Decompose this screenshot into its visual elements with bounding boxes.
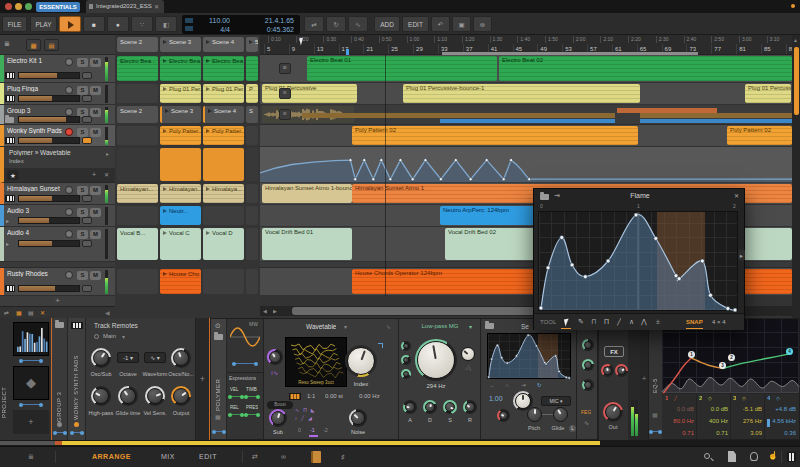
ramp-tool-icon[interactable]: ╱ xyxy=(617,318,621,326)
segments-mini-curve[interactable] xyxy=(487,333,571,379)
track-options-button[interactable] xyxy=(82,195,92,202)
track-name[interactable]: Audio 4 xyxy=(7,229,63,236)
groove-button[interactable]: ∿ xyxy=(348,16,368,32)
group-scene-cell[interactable]: Scene 3 xyxy=(160,106,201,123)
automation-cell-filled[interactable] xyxy=(203,148,244,181)
feg-mini-knob[interactable] xyxy=(582,379,594,391)
eq-gain-value[interactable]: +4.8 dB xyxy=(767,406,796,412)
save-preset-icon[interactable]: ⇥ xyxy=(554,192,560,200)
track-row[interactable]: Himalayan Sunset S M xyxy=(0,183,115,205)
remote-knob[interactable] xyxy=(91,386,111,406)
arranger-track-lane[interactable]: Poly Pattern 02 Poly Pattern 02 xyxy=(260,125,792,147)
eq-display[interactable]: 1 3 2 4 xyxy=(662,319,799,394)
eq-q-value[interactable]: 0.36 xyxy=(767,430,796,436)
loop-button[interactable]: ↻ xyxy=(326,16,346,32)
filter-slope-icon[interactable]: ⌂╲ xyxy=(465,365,471,371)
track-name[interactable]: Audio 3 xyxy=(7,207,63,214)
hand-tool-icon[interactable]: ☝ xyxy=(768,451,778,460)
lane-handle[interactable]: ≡ xyxy=(279,88,291,99)
group-scene-cell[interactable]: Scene 2 xyxy=(117,106,158,123)
preset-folder-icon[interactable] xyxy=(540,194,549,200)
track-options-button[interactable] xyxy=(82,116,92,123)
eq-band-num[interactable]: 1 xyxy=(665,395,668,401)
track-row[interactable]: Group 3 S M xyxy=(0,105,115,125)
mute-button[interactable]: M xyxy=(90,230,101,239)
arranger-track-lane[interactable]: Plug 01 Percussive Plug 01 Percussive-bo… xyxy=(260,83,792,105)
track-options-button[interactable] xyxy=(82,95,92,102)
group3-tab-label[interactable]: GROUP 3 xyxy=(56,342,62,422)
empty-slot[interactable] xyxy=(246,184,258,203)
expression-item[interactable]: REL xyxy=(230,405,239,410)
notes-browser-icon[interactable] xyxy=(311,451,321,463)
eq-band-point[interactable]: 3 xyxy=(719,362,726,369)
snap-grid-value[interactable]: 4 × 4 xyxy=(712,319,726,325)
essentials-badge[interactable]: ESSENTIALS xyxy=(36,2,80,12)
tab-close-icon[interactable]: ✕ xyxy=(154,3,159,10)
osc-title-chevron-icon[interactable]: ▾ xyxy=(344,323,347,330)
collapse-left-icon[interactable]: ◀ xyxy=(105,309,110,316)
eq5-grid-icon[interactable]: ▦ xyxy=(652,411,658,418)
eq-q-value[interactable]: 0.71 xyxy=(699,430,728,436)
scene-header[interactable]: Scene 2 xyxy=(117,37,158,52)
automation-active-button[interactable] xyxy=(82,137,92,144)
mixer-panel-icon[interactable]: ♯ xyxy=(341,453,345,460)
wavetable-display[interactable]: Reso Sweep 3oct xyxy=(285,337,347,387)
octave-select[interactable]: -1 ▾ xyxy=(117,352,139,363)
project-panel-label[interactable]: PROJECT xyxy=(1,348,7,418)
flame-window[interactable]: ⇥ Flame ✕ 0 1 2 ▸ TOOL ✎ ⊓ Π ╱ ∧ ⋀ ± SNA… xyxy=(533,188,745,330)
launcher-clip[interactable]: Vocal D xyxy=(203,228,244,260)
osc-title[interactable]: Wavetable xyxy=(306,323,336,330)
arranger-ruler[interactable]: 0:100:200:300:400:501:001:101:201:301:40… xyxy=(260,35,792,55)
eq-freq-value[interactable]: 4.56 kHz xyxy=(768,418,796,424)
pitch-knob[interactable] xyxy=(527,407,542,422)
sub-octave-minus2[interactable]: -2 xyxy=(323,427,328,433)
device-power-icon[interactable]: ⊙ xyxy=(215,322,221,330)
group-scene-cell[interactable]: S xyxy=(246,106,258,123)
filter-mini-knob[interactable] xyxy=(401,341,411,351)
eq-band-type-icon[interactable]: ◇ xyxy=(708,395,712,401)
filter-mini-knob[interactable] xyxy=(401,355,411,365)
group3-device-tab[interactable]: GROUP 3 xyxy=(52,318,68,440)
plusminus-icon[interactable]: ± xyxy=(656,318,660,325)
pulse-tool-icon[interactable]: Π xyxy=(604,318,609,325)
solo-button[interactable]: S xyxy=(77,128,88,137)
record-button[interactable]: ● xyxy=(107,16,129,32)
remote-knob[interactable] xyxy=(171,348,191,368)
eq-gain-value[interactable]: -5.1 dB xyxy=(733,406,762,412)
mute-button[interactable]: M xyxy=(90,58,101,67)
remote-knob[interactable] xyxy=(145,386,165,406)
device-preset-folder-icon[interactable] xyxy=(214,334,223,340)
volume-fader[interactable] xyxy=(18,116,80,123)
track-row-selected[interactable]: Wonky Synth Pads S M xyxy=(0,125,115,147)
polymer-tab-label[interactable]: POLYMER xyxy=(215,351,221,411)
metronome-icon[interactable] xyxy=(750,452,758,461)
sub-octave-minus1-active[interactable]: -1 xyxy=(310,427,315,433)
stop-slot[interactable] xyxy=(246,126,258,145)
arranger-track-lane[interactable]: Electro Beat 01 Electro Beat 02 ≡ xyxy=(260,55,792,83)
empty-slot[interactable] xyxy=(246,228,258,260)
window-zoom-icon[interactable] xyxy=(25,3,32,10)
launcher-clip[interactable] xyxy=(246,56,258,81)
track-row[interactable]: Audio 3 S M ▸ xyxy=(0,205,115,227)
sub-octave-0[interactable]: 0 xyxy=(298,427,301,433)
expand-panel-icon[interactable]: ▸ xyxy=(738,249,745,261)
solo-button[interactable]: S xyxy=(77,208,88,217)
window-minimize-icon[interactable] xyxy=(15,3,22,10)
sub-wave-icons[interactable]: ∿Π◣ xyxy=(295,407,335,413)
env-attack-knob[interactable] xyxy=(403,400,417,414)
track-name[interactable]: Rusty Rhodes xyxy=(7,270,63,277)
sub-knob[interactable] xyxy=(269,409,287,427)
solo-button[interactable]: S xyxy=(77,186,88,195)
boost-pill[interactable]: Boost xyxy=(267,401,293,409)
flame-close-icon[interactable]: ✕ xyxy=(734,192,739,199)
scene-header[interactable]: Scene 3 xyxy=(160,37,201,52)
scroll-left-icon[interactable]: ◀ xyxy=(263,308,267,314)
dual-view-icon[interactable]: ⇄ xyxy=(252,453,258,461)
seg-mode-icon[interactable]: → xyxy=(489,382,495,388)
stop-button[interactable]: ■ xyxy=(83,16,105,32)
seg-sync-icon[interactable]: ↻ xyxy=(537,382,542,388)
launcher-clip[interactable]: Electro Bea... xyxy=(160,56,201,81)
remote-knob[interactable] xyxy=(171,386,191,406)
launcher-view-icon[interactable]: ▦ xyxy=(26,39,41,51)
fx-knob[interactable] xyxy=(615,364,628,377)
